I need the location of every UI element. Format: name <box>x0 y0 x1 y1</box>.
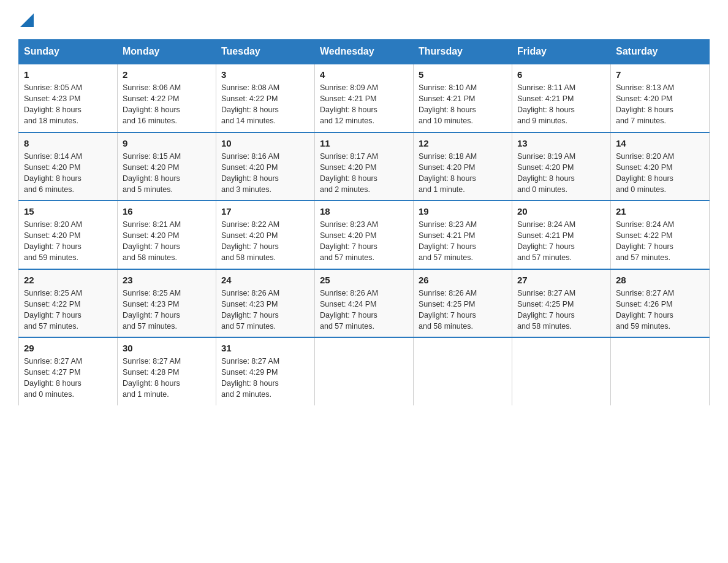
calendar-cell: 14 Sunrise: 8:20 AMSunset: 4:20 PMDaylig… <box>611 132 710 201</box>
day-info: Sunrise: 8:14 AMSunset: 4:20 PMDaylight:… <box>24 152 82 194</box>
day-info: Sunrise: 8:20 AMSunset: 4:20 PMDaylight:… <box>24 220 82 262</box>
day-info: Sunrise: 8:08 AMSunset: 4:22 PMDaylight:… <box>221 83 279 125</box>
day-number: 19 <box>419 206 507 216</box>
day-number: 12 <box>419 138 507 148</box>
day-number: 29 <box>24 343 112 353</box>
week-row-2: 8 Sunrise: 8:14 AMSunset: 4:20 PMDayligh… <box>19 132 710 201</box>
calendar-cell: 30 Sunrise: 8:27 AMSunset: 4:28 PMDaylig… <box>118 337 216 405</box>
day-number: 27 <box>517 275 605 285</box>
day-info: Sunrise: 8:18 AMSunset: 4:20 PMDaylight:… <box>419 152 477 194</box>
day-info: Sunrise: 8:10 AMSunset: 4:21 PMDaylight:… <box>419 83 477 125</box>
calendar-table: SundayMondayTuesdayWednesdayThursdayFrid… <box>18 39 710 405</box>
day-number: 28 <box>616 275 704 285</box>
day-info: Sunrise: 8:05 AMSunset: 4:23 PMDaylight:… <box>24 83 82 125</box>
calendar-cell: 28 Sunrise: 8:27 AMSunset: 4:26 PMDaylig… <box>611 269 710 338</box>
day-info: Sunrise: 8:20 AMSunset: 4:20 PMDaylight:… <box>616 152 674 194</box>
day-number: 31 <box>221 343 309 353</box>
day-info: Sunrise: 8:26 AMSunset: 4:23 PMDaylight:… <box>221 289 279 331</box>
week-row-1: 1 Sunrise: 8:05 AMSunset: 4:23 PMDayligh… <box>19 64 710 132</box>
calendar-cell: 12 Sunrise: 8:18 AMSunset: 4:20 PMDaylig… <box>414 132 512 201</box>
day-info: Sunrise: 8:24 AMSunset: 4:22 PMDaylight:… <box>616 220 674 262</box>
header-friday: Friday <box>512 40 611 64</box>
calendar-cell: 4 Sunrise: 8:09 AMSunset: 4:21 PMDayligh… <box>315 64 414 132</box>
calendar-cell <box>414 337 512 405</box>
header-thursday: Thursday <box>414 40 512 64</box>
calendar-cell: 5 Sunrise: 8:10 AMSunset: 4:21 PMDayligh… <box>414 64 512 132</box>
svg-marker-0 <box>20 13 34 27</box>
calendar-cell: 18 Sunrise: 8:23 AMSunset: 4:20 PMDaylig… <box>315 201 414 269</box>
day-info: Sunrise: 8:09 AMSunset: 4:21 PMDaylight:… <box>320 83 378 125</box>
day-info: Sunrise: 8:27 AMSunset: 4:25 PMDaylight:… <box>517 289 575 331</box>
day-number: 13 <box>517 138 605 148</box>
day-info: Sunrise: 8:27 AMSunset: 4:29 PMDaylight:… <box>221 357 279 399</box>
calendar-cell: 2 Sunrise: 8:06 AMSunset: 4:22 PMDayligh… <box>118 64 216 132</box>
day-number: 4 <box>320 69 408 80</box>
header-tuesday: Tuesday <box>216 40 315 64</box>
calendar-cell: 15 Sunrise: 8:20 AMSunset: 4:20 PMDaylig… <box>19 201 118 269</box>
day-number: 6 <box>517 69 605 80</box>
day-info: Sunrise: 8:27 AMSunset: 4:26 PMDaylight:… <box>616 289 674 331</box>
day-info: Sunrise: 8:24 AMSunset: 4:21 PMDaylight:… <box>517 220 575 262</box>
calendar-cell: 6 Sunrise: 8:11 AMSunset: 4:21 PMDayligh… <box>512 64 611 132</box>
day-info: Sunrise: 8:25 AMSunset: 4:22 PMDaylight:… <box>24 289 82 331</box>
day-number: 21 <box>616 206 704 216</box>
day-number: 24 <box>221 275 309 285</box>
day-number: 30 <box>123 343 211 353</box>
day-number: 15 <box>24 206 112 216</box>
day-number: 18 <box>320 206 408 216</box>
day-info: Sunrise: 8:19 AMSunset: 4:20 PMDaylight:… <box>517 152 575 194</box>
day-number: 10 <box>221 138 309 148</box>
header-sunday: Sunday <box>19 40 118 64</box>
day-info: Sunrise: 8:27 AMSunset: 4:27 PMDaylight:… <box>24 357 82 399</box>
day-info: Sunrise: 8:25 AMSunset: 4:23 PMDaylight:… <box>123 289 181 331</box>
day-number: 16 <box>123 206 211 216</box>
calendar-cell: 20 Sunrise: 8:24 AMSunset: 4:21 PMDaylig… <box>512 201 611 269</box>
calendar-cell: 21 Sunrise: 8:24 AMSunset: 4:22 PMDaylig… <box>611 201 710 269</box>
day-info: Sunrise: 8:16 AMSunset: 4:20 PMDaylight:… <box>221 152 279 194</box>
calendar-cell: 16 Sunrise: 8:21 AMSunset: 4:20 PMDaylig… <box>118 201 216 269</box>
day-number: 23 <box>123 275 211 285</box>
calendar-cell: 22 Sunrise: 8:25 AMSunset: 4:22 PMDaylig… <box>19 269 118 338</box>
day-number: 7 <box>616 69 704 80</box>
day-number: 3 <box>221 69 309 80</box>
logo <box>18 12 34 27</box>
day-number: 1 <box>24 69 112 80</box>
header-wednesday: Wednesday <box>315 40 414 64</box>
header-saturday: Saturday <box>611 40 710 64</box>
day-info: Sunrise: 8:23 AMSunset: 4:20 PMDaylight:… <box>320 220 378 262</box>
calendar-cell: 31 Sunrise: 8:27 AMSunset: 4:29 PMDaylig… <box>216 337 315 405</box>
calendar-cell: 1 Sunrise: 8:05 AMSunset: 4:23 PMDayligh… <box>19 64 118 132</box>
calendar-cell: 10 Sunrise: 8:16 AMSunset: 4:20 PMDaylig… <box>216 132 315 201</box>
calendar-cell <box>611 337 710 405</box>
calendar-cell: 3 Sunrise: 8:08 AMSunset: 4:22 PMDayligh… <box>216 64 315 132</box>
calendar-cell: 9 Sunrise: 8:15 AMSunset: 4:20 PMDayligh… <box>118 132 216 201</box>
day-number: 5 <box>419 69 507 80</box>
day-number: 20 <box>517 206 605 216</box>
calendar-cell: 26 Sunrise: 8:26 AMSunset: 4:25 PMDaylig… <box>414 269 512 338</box>
week-row-3: 15 Sunrise: 8:20 AMSunset: 4:20 PMDaylig… <box>19 201 710 269</box>
week-row-5: 29 Sunrise: 8:27 AMSunset: 4:27 PMDaylig… <box>19 337 710 405</box>
day-number: 8 <box>24 138 112 148</box>
calendar-cell <box>315 337 414 405</box>
page-header <box>18 12 710 27</box>
day-number: 14 <box>616 138 704 148</box>
header-monday: Monday <box>118 40 216 64</box>
calendar-cell: 7 Sunrise: 8:13 AMSunset: 4:20 PMDayligh… <box>611 64 710 132</box>
calendar-header-row: SundayMondayTuesdayWednesdayThursdayFrid… <box>19 40 710 64</box>
day-info: Sunrise: 8:22 AMSunset: 4:20 PMDaylight:… <box>221 220 279 262</box>
logo-triangle-icon <box>20 13 34 27</box>
day-info: Sunrise: 8:27 AMSunset: 4:28 PMDaylight:… <box>123 357 181 399</box>
day-number: 25 <box>320 275 408 285</box>
day-info: Sunrise: 8:06 AMSunset: 4:22 PMDaylight:… <box>123 83 181 125</box>
calendar-cell: 11 Sunrise: 8:17 AMSunset: 4:20 PMDaylig… <box>315 132 414 201</box>
day-info: Sunrise: 8:15 AMSunset: 4:20 PMDaylight:… <box>123 152 181 194</box>
calendar-cell: 29 Sunrise: 8:27 AMSunset: 4:27 PMDaylig… <box>19 337 118 405</box>
calendar-cell: 17 Sunrise: 8:22 AMSunset: 4:20 PMDaylig… <box>216 201 315 269</box>
day-info: Sunrise: 8:11 AMSunset: 4:21 PMDaylight:… <box>517 83 575 125</box>
calendar-cell <box>512 337 611 405</box>
calendar-cell: 19 Sunrise: 8:23 AMSunset: 4:21 PMDaylig… <box>414 201 512 269</box>
day-number: 17 <box>221 206 309 216</box>
day-number: 9 <box>123 138 211 148</box>
calendar-cell: 27 Sunrise: 8:27 AMSunset: 4:25 PMDaylig… <box>512 269 611 338</box>
calendar-cell: 8 Sunrise: 8:14 AMSunset: 4:20 PMDayligh… <box>19 132 118 201</box>
